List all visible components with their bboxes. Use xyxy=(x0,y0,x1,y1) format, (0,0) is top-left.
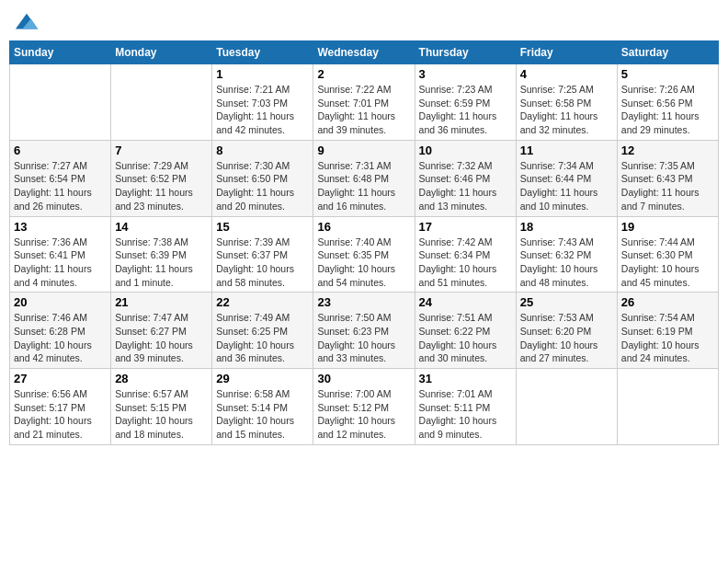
day-number: 7 xyxy=(115,144,208,157)
calendar-cell: 18Sunrise: 7:43 AMSunset: 6:32 PMDayligh… xyxy=(516,216,617,293)
calendar-cell: 9Sunrise: 7:31 AMSunset: 6:48 PMDaylight… xyxy=(313,140,415,216)
calendar-week-row: 13Sunrise: 7:36 AMSunset: 6:41 PMDayligh… xyxy=(10,216,719,293)
calendar-cell: 14Sunrise: 7:38 AMSunset: 6:39 PMDayligh… xyxy=(111,216,212,293)
weekday-header-cell: Saturday xyxy=(617,41,718,64)
calendar-cell: 27Sunrise: 6:56 AMSunset: 5:17 PMDayligh… xyxy=(10,369,111,445)
calendar-week-row: 27Sunrise: 6:56 AMSunset: 5:17 PMDayligh… xyxy=(10,369,719,445)
calendar-cell: 6Sunrise: 7:27 AMSunset: 6:54 PMDaylight… xyxy=(10,140,111,216)
calendar-week-row: 20Sunrise: 7:46 AMSunset: 6:28 PMDayligh… xyxy=(10,293,719,369)
logo xyxy=(13,9,40,33)
day-info: Sunrise: 7:43 AMSunset: 6:32 PMDaylight:… xyxy=(520,236,613,290)
day-number: 27 xyxy=(14,372,107,385)
day-number: 31 xyxy=(419,372,512,385)
day-number: 14 xyxy=(115,220,208,234)
day-info: Sunrise: 7:00 AMSunset: 5:12 PMDaylight:… xyxy=(317,387,410,442)
day-info: Sunrise: 7:38 AMSunset: 6:39 PMDaylight:… xyxy=(115,236,208,290)
day-number: 9 xyxy=(317,144,410,157)
day-info: Sunrise: 7:21 AMSunset: 7:03 PMDaylight:… xyxy=(216,83,309,137)
day-info: Sunrise: 7:47 AMSunset: 6:27 PMDaylight:… xyxy=(115,311,208,365)
day-info: Sunrise: 7:49 AMSunset: 6:25 PMDaylight:… xyxy=(216,311,309,365)
day-info: Sunrise: 7:36 AMSunset: 6:41 PMDaylight:… xyxy=(14,236,107,290)
calendar-table: SundayMondayTuesdayWednesdayThursdayFrid… xyxy=(9,40,719,445)
day-number: 15 xyxy=(216,220,309,234)
calendar-cell: 17Sunrise: 7:42 AMSunset: 6:34 PMDayligh… xyxy=(415,216,516,293)
logo-text xyxy=(13,9,40,35)
weekday-header-cell: Thursday xyxy=(415,41,516,64)
day-number: 11 xyxy=(520,144,613,157)
day-info: Sunrise: 7:40 AMSunset: 6:35 PMDaylight:… xyxy=(317,236,410,290)
calendar-cell: 10Sunrise: 7:32 AMSunset: 6:46 PMDayligh… xyxy=(415,140,516,216)
day-info: Sunrise: 7:42 AMSunset: 6:34 PMDaylight:… xyxy=(419,236,512,290)
day-number: 17 xyxy=(419,220,512,234)
calendar-cell: 7Sunrise: 7:29 AMSunset: 6:52 PMDaylight… xyxy=(111,140,212,216)
day-number: 22 xyxy=(216,295,309,309)
day-number: 5 xyxy=(621,67,714,81)
calendar-cell: 19Sunrise: 7:44 AMSunset: 6:30 PMDayligh… xyxy=(617,216,718,293)
weekday-header-cell: Friday xyxy=(516,41,617,64)
calendar-cell: 29Sunrise: 6:58 AMSunset: 5:14 PMDayligh… xyxy=(212,369,313,445)
calendar-cell: 30Sunrise: 7:00 AMSunset: 5:12 PMDayligh… xyxy=(313,369,415,445)
calendar-cell xyxy=(516,369,617,445)
day-info: Sunrise: 6:57 AMSunset: 5:15 PMDaylight:… xyxy=(115,387,208,442)
day-number: 28 xyxy=(115,372,208,385)
calendar-cell: 24Sunrise: 7:51 AMSunset: 6:22 PMDayligh… xyxy=(415,293,516,369)
day-info: Sunrise: 7:34 AMSunset: 6:44 PMDaylight:… xyxy=(520,159,613,213)
day-info: Sunrise: 7:44 AMSunset: 6:30 PMDaylight:… xyxy=(621,236,714,290)
calendar-cell: 31Sunrise: 7:01 AMSunset: 5:11 PMDayligh… xyxy=(415,369,516,445)
weekday-header-row: SundayMondayTuesdayWednesdayThursdayFrid… xyxy=(10,41,719,64)
calendar-cell: 1Sunrise: 7:21 AMSunset: 7:03 PMDaylight… xyxy=(212,64,313,141)
day-info: Sunrise: 7:29 AMSunset: 6:52 PMDaylight:… xyxy=(115,159,208,213)
day-number: 18 xyxy=(520,220,613,234)
day-info: Sunrise: 7:53 AMSunset: 6:20 PMDaylight:… xyxy=(520,311,613,365)
day-number: 1 xyxy=(216,67,309,81)
day-info: Sunrise: 7:30 AMSunset: 6:50 PMDaylight:… xyxy=(216,159,309,213)
day-number: 30 xyxy=(317,372,410,385)
day-info: Sunrise: 7:39 AMSunset: 6:37 PMDaylight:… xyxy=(216,236,309,290)
calendar-cell xyxy=(111,64,212,141)
day-info: Sunrise: 7:46 AMSunset: 6:28 PMDaylight:… xyxy=(14,311,107,365)
calendar-week-row: 6Sunrise: 7:27 AMSunset: 6:54 PMDaylight… xyxy=(10,140,719,216)
calendar-body: 1Sunrise: 7:21 AMSunset: 7:03 PMDaylight… xyxy=(10,64,719,445)
day-info: Sunrise: 7:27 AMSunset: 6:54 PMDaylight:… xyxy=(14,159,107,213)
day-number: 19 xyxy=(621,220,714,234)
day-info: Sunrise: 7:25 AMSunset: 6:58 PMDaylight:… xyxy=(520,83,613,137)
day-info: Sunrise: 7:35 AMSunset: 6:43 PMDaylight:… xyxy=(621,159,714,213)
calendar-cell: 20Sunrise: 7:46 AMSunset: 6:28 PMDayligh… xyxy=(10,293,111,369)
calendar-cell: 26Sunrise: 7:54 AMSunset: 6:19 PMDayligh… xyxy=(617,293,718,369)
weekday-header-cell: Wednesday xyxy=(313,41,415,64)
day-number: 20 xyxy=(14,295,107,309)
calendar-cell: 23Sunrise: 7:50 AMSunset: 6:23 PMDayligh… xyxy=(313,293,415,369)
day-number: 25 xyxy=(520,295,613,309)
day-info: Sunrise: 7:31 AMSunset: 6:48 PMDaylight:… xyxy=(317,159,410,213)
calendar-cell xyxy=(10,64,111,141)
calendar-cell: 4Sunrise: 7:25 AMSunset: 6:58 PMDaylight… xyxy=(516,64,617,141)
calendar-cell: 25Sunrise: 7:53 AMSunset: 6:20 PMDayligh… xyxy=(516,293,617,369)
day-number: 6 xyxy=(14,144,107,157)
day-number: 16 xyxy=(317,220,410,234)
day-info: Sunrise: 7:01 AMSunset: 5:11 PMDaylight:… xyxy=(419,387,512,442)
calendar-cell: 21Sunrise: 7:47 AMSunset: 6:27 PMDayligh… xyxy=(111,293,212,369)
calendar-cell: 3Sunrise: 7:23 AMSunset: 6:59 PMDaylight… xyxy=(415,64,516,141)
calendar-cell: 28Sunrise: 6:57 AMSunset: 5:15 PMDayligh… xyxy=(111,369,212,445)
day-number: 13 xyxy=(14,220,107,234)
day-info: Sunrise: 7:54 AMSunset: 6:19 PMDaylight:… xyxy=(621,311,714,365)
weekday-header-cell: Monday xyxy=(111,41,212,64)
calendar-cell: 11Sunrise: 7:34 AMSunset: 6:44 PMDayligh… xyxy=(516,140,617,216)
day-number: 21 xyxy=(115,295,208,309)
calendar-cell: 16Sunrise: 7:40 AMSunset: 6:35 PMDayligh… xyxy=(313,216,415,293)
page-header xyxy=(9,9,719,33)
day-info: Sunrise: 7:51 AMSunset: 6:22 PMDaylight:… xyxy=(419,311,512,365)
calendar-cell: 15Sunrise: 7:39 AMSunset: 6:37 PMDayligh… xyxy=(212,216,313,293)
day-info: Sunrise: 7:22 AMSunset: 7:01 PMDaylight:… xyxy=(317,83,410,137)
logo-icon xyxy=(14,9,40,35)
day-number: 23 xyxy=(317,295,410,309)
day-number: 26 xyxy=(621,295,714,309)
calendar-cell: 22Sunrise: 7:49 AMSunset: 6:25 PMDayligh… xyxy=(212,293,313,369)
calendar-cell: 12Sunrise: 7:35 AMSunset: 6:43 PMDayligh… xyxy=(617,140,718,216)
day-info: Sunrise: 7:26 AMSunset: 6:56 PMDaylight:… xyxy=(621,83,714,137)
calendar-cell: 13Sunrise: 7:36 AMSunset: 6:41 PMDayligh… xyxy=(10,216,111,293)
day-number: 3 xyxy=(419,67,512,81)
day-number: 8 xyxy=(216,144,309,157)
calendar-cell: 2Sunrise: 7:22 AMSunset: 7:01 PMDaylight… xyxy=(313,64,415,141)
calendar-cell: 5Sunrise: 7:26 AMSunset: 6:56 PMDaylight… xyxy=(617,64,718,141)
